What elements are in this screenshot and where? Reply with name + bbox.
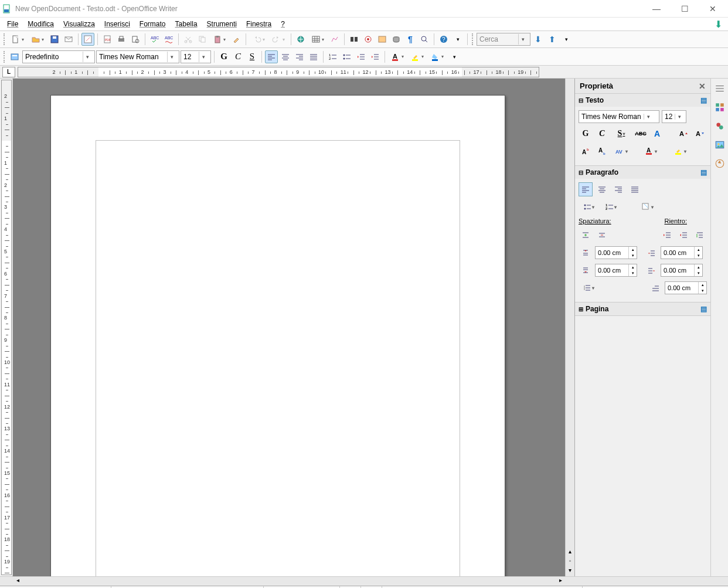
numbered-list-button[interactable]: 12 bbox=[326, 50, 339, 63]
hanging-indent-button[interactable] bbox=[693, 228, 707, 242]
section-options-icon[interactable]: ▤ bbox=[700, 96, 707, 104]
menu-formato[interactable]: Formato bbox=[135, 19, 171, 29]
align-right-button[interactable] bbox=[293, 50, 306, 63]
align-justify-button[interactable] bbox=[307, 50, 320, 63]
print-button[interactable] bbox=[115, 33, 128, 46]
minimize-button[interactable]: — bbox=[648, 4, 665, 13]
close-button[interactable]: ✕ bbox=[705, 4, 721, 13]
font-size-combo[interactable]: 12▾ bbox=[181, 50, 211, 63]
search-combo[interactable]: Cerca▾ bbox=[477, 33, 530, 46]
side-size-combo[interactable]: 12▾ bbox=[662, 110, 686, 123]
dec-spacing-button[interactable] bbox=[595, 228, 609, 242]
find-next-button[interactable]: ⬇ bbox=[532, 33, 545, 46]
indent-before-input[interactable]: ▴▾ bbox=[661, 246, 703, 259]
ruler-corner[interactable]: L bbox=[2, 67, 15, 77]
menu-file[interactable]: File bbox=[2, 19, 23, 29]
show-draw-button[interactable] bbox=[328, 33, 341, 46]
scroll-up-icon[interactable]: ▴ bbox=[566, 548, 574, 558]
side-fontcolor-button[interactable]: A bbox=[641, 144, 661, 158]
paragraph-style-combo[interactable]: Predefinito▾ bbox=[22, 50, 95, 63]
copy-button[interactable] bbox=[196, 33, 209, 46]
sidebar-close-icon[interactable]: ✕ bbox=[699, 81, 706, 91]
side-bgcolor-button[interactable] bbox=[637, 200, 657, 214]
hyperlink-button[interactable] bbox=[294, 33, 307, 46]
align-center-button[interactable] bbox=[279, 50, 292, 63]
sidebar-settings-icon[interactable] bbox=[713, 82, 726, 95]
side-highlight-button[interactable] bbox=[670, 144, 690, 158]
section-paragrafo-header[interactable]: ⊟ Paragrafo ▤ bbox=[575, 166, 710, 179]
side-bullets-button[interactable] bbox=[579, 200, 598, 214]
menu-help[interactable]: ? bbox=[276, 19, 290, 29]
nonprinting-button[interactable]: ¶ bbox=[404, 33, 417, 46]
autospellcheck-button[interactable]: ABC bbox=[162, 33, 175, 46]
side-italic-button[interactable]: C bbox=[595, 127, 609, 141]
styles-button[interactable] bbox=[8, 50, 21, 63]
side-align-right-button[interactable] bbox=[611, 182, 625, 196]
inc-spacing-button[interactable] bbox=[579, 228, 593, 242]
side-strike-button[interactable]: ABC bbox=[634, 127, 648, 141]
scroll-right-icon[interactable]: ▸ bbox=[556, 577, 565, 586]
datasources-button[interactable] bbox=[390, 33, 403, 46]
side-spacing-button[interactable]: AV bbox=[611, 144, 631, 158]
side-superscript-button[interactable]: Ab bbox=[579, 144, 593, 158]
inc-indent-button[interactable] bbox=[660, 228, 674, 242]
horizontal-scrollbar[interactable]: ◂ ▸ bbox=[13, 577, 565, 586]
undo-button[interactable] bbox=[249, 33, 268, 46]
bullet-list-button[interactable] bbox=[341, 50, 353, 63]
increase-indent-button[interactable] bbox=[369, 50, 382, 63]
document-page[interactable] bbox=[50, 95, 505, 576]
section-pagina-header[interactable]: ⊞ Pagina ▤ bbox=[575, 303, 710, 315]
find-button[interactable] bbox=[348, 33, 360, 46]
spellcheck-button[interactable]: ABC bbox=[148, 33, 161, 46]
background-color-button[interactable] bbox=[428, 50, 447, 63]
side-underline-button[interactable]: S bbox=[611, 127, 631, 141]
download-icon[interactable]: ⬇ bbox=[715, 19, 722, 30]
redo-button[interactable] bbox=[269, 33, 288, 46]
format-paintbrush-button[interactable] bbox=[230, 33, 243, 46]
underline-button[interactable]: S bbox=[246, 50, 258, 63]
find-toolbar-grip[interactable] bbox=[472, 33, 474, 45]
align-left-button[interactable] bbox=[265, 50, 278, 63]
email-button[interactable] bbox=[62, 33, 75, 46]
menu-inserisci[interactable]: Inserisci bbox=[100, 19, 135, 29]
side-shrink-button[interactable]: A bbox=[693, 127, 707, 141]
spacing-above-input[interactable]: ▴▾ bbox=[595, 246, 637, 259]
formatting-grip[interactable] bbox=[4, 51, 6, 63]
gallery-button[interactable] bbox=[376, 33, 389, 46]
sidebar-gallery-icon[interactable] bbox=[713, 138, 726, 151]
scroll-left-icon[interactable]: ◂ bbox=[13, 577, 22, 586]
side-shadow-button[interactable]: A bbox=[650, 127, 664, 141]
navigator-button[interactable] bbox=[362, 33, 375, 46]
find-toolbar-more-button[interactable]: ▾ bbox=[560, 33, 573, 46]
side-align-justify-button[interactable] bbox=[628, 182, 642, 196]
save-button[interactable] bbox=[48, 33, 61, 46]
sidebar-navigator-icon[interactable] bbox=[713, 157, 726, 170]
vertical-ruler[interactable]: 2112345678910111213141516171819 bbox=[1, 80, 12, 575]
side-font-combo[interactable]: Times New Roman▾ bbox=[579, 110, 659, 123]
side-subscript-button[interactable]: Ab bbox=[595, 144, 609, 158]
paste-button[interactable] bbox=[210, 33, 229, 46]
edit-mode-button[interactable] bbox=[81, 33, 94, 46]
open-button[interactable] bbox=[28, 33, 47, 46]
spacing-below-input[interactable]: ▴▾ bbox=[595, 264, 637, 277]
formatting-more-button[interactable]: ▾ bbox=[448, 50, 461, 63]
toolbar-more-button[interactable]: ▾ bbox=[451, 33, 464, 46]
menu-modifica[interactable]: Modifica bbox=[23, 19, 59, 29]
section-testo-header[interactable]: ⊟ Testo ▤ bbox=[575, 94, 710, 107]
cut-button[interactable] bbox=[182, 33, 195, 46]
italic-button[interactable]: C bbox=[232, 50, 244, 63]
sidebar-properties-icon[interactable] bbox=[713, 101, 726, 114]
menu-tabella[interactable]: Tabella bbox=[171, 19, 202, 29]
side-align-center-button[interactable] bbox=[595, 182, 609, 196]
scroll-nav-icon[interactable]: ◦ bbox=[566, 558, 574, 567]
sidebar-styles-icon[interactable] bbox=[713, 120, 726, 132]
export-pdf-button[interactable]: PDF bbox=[101, 33, 114, 46]
help-button[interactable]: ? bbox=[437, 33, 450, 46]
line-spacing-button[interactable] bbox=[579, 281, 598, 295]
indent-after-input[interactable]: ▴▾ bbox=[661, 264, 703, 277]
decrease-indent-button[interactable] bbox=[355, 50, 368, 63]
menu-visualizza[interactable]: Visualizza bbox=[59, 19, 100, 29]
section-options-icon[interactable]: ▤ bbox=[700, 305, 707, 313]
indent-first-input[interactable]: ▴▾ bbox=[665, 281, 707, 294]
horizontal-ruler[interactable]: 2112345678910111213141516171819 bbox=[18, 67, 539, 77]
